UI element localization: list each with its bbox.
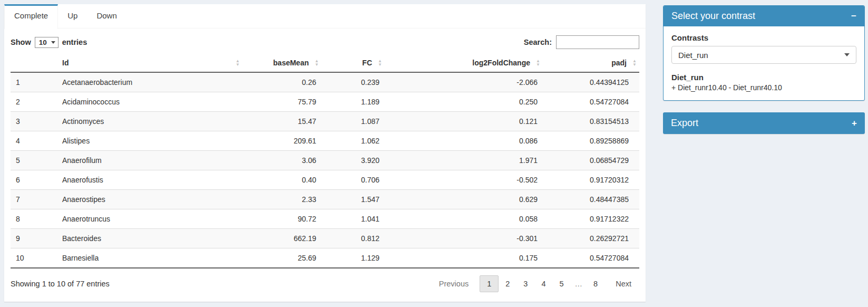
header-log2foldchange[interactable]: log2FoldChange <box>385 54 543 72</box>
cell-fc: 0.239 <box>321 72 385 92</box>
table-row[interactable]: 2 Acidaminococcus 75.79 1.189 0.250 0.54… <box>11 92 639 112</box>
cell-log2foldchange: 0.250 <box>385 92 543 112</box>
cell-padj: 0.54727084 <box>543 92 639 112</box>
cell-id: Anaerofilum <box>57 151 242 170</box>
tab-complete[interactable]: Complete <box>4 4 58 29</box>
cell-log2foldchange: 0.086 <box>385 131 543 151</box>
cell-basemean: 15.47 <box>242 112 321 131</box>
sort-icon <box>378 59 382 66</box>
cell-log2foldchange: 0.121 <box>385 112 543 131</box>
cell-rownum: 9 <box>11 229 57 248</box>
chevron-down-icon <box>51 41 55 44</box>
cell-rownum: 10 <box>11 248 57 268</box>
pagination-page-2[interactable]: 2 <box>499 276 516 292</box>
table-row[interactable]: 5 Anaerofilum 3.06 3.920 1.971 0.0685472… <box>11 151 639 170</box>
cell-padj: 0.91720312 <box>543 170 639 190</box>
cell-id: Bacteroides <box>57 229 242 248</box>
contrasts-select[interactable]: Diet_run <box>671 46 856 64</box>
tab-up[interactable]: Up <box>58 4 87 28</box>
pagination-page-3[interactable]: 3 <box>516 276 534 292</box>
cell-fc: 0.706 <box>321 170 385 190</box>
pagination-page-8[interactable]: 8 <box>587 276 604 292</box>
header-id[interactable]: Id <box>57 54 242 72</box>
header-basemean[interactable]: baseMean <box>242 54 321 72</box>
table-row[interactable]: 8 Anaerotruncus 90.72 1.041 0.058 0.9171… <box>11 209 639 229</box>
cell-id: Alistipes <box>57 131 242 151</box>
cell-log2foldchange: 0.629 <box>385 190 543 209</box>
cell-padj: 0.26292721 <box>543 229 639 248</box>
cell-log2foldchange: 1.971 <box>385 151 543 170</box>
cell-padj: 0.89258869 <box>543 131 639 151</box>
cell-padj: 0.91712322 <box>543 209 639 229</box>
cell-padj: 0.48447385 <box>543 190 639 209</box>
table-footer: Showing 1 to 10 of 77 entries Previous 1… <box>4 268 646 292</box>
expand-icon[interactable]: + <box>852 119 857 128</box>
pagination-ellipsis: … <box>571 276 587 292</box>
table-row[interactable]: 3 Actinomyces 15.47 1.087 0.121 0.831545… <box>11 112 639 131</box>
contrasts-label: Contrasts <box>671 33 856 42</box>
pagination-next[interactable]: Next <box>609 276 638 292</box>
page-length-value: 10 <box>39 39 47 46</box>
contrast-detail-title: Diet_run <box>671 73 856 82</box>
cell-log2foldchange: 0.058 <box>385 209 543 229</box>
cell-id: Anaerostipes <box>57 190 242 209</box>
cell-rownum: 7 <box>11 190 57 209</box>
cell-fc: 1.087 <box>321 112 385 131</box>
cell-rownum: 4 <box>11 131 57 151</box>
header-padj[interactable]: padj <box>543 54 639 72</box>
results-table: Id baseMean FC log2FoldChange padj 1 Ace… <box>11 54 639 268</box>
pagination-page-1[interactable]: 1 <box>480 275 499 292</box>
sort-icon <box>632 59 637 66</box>
table-row[interactable]: 9 Bacteroides 662.19 0.812 -0.301 0.2629… <box>11 229 639 248</box>
show-label: Show <box>11 38 31 46</box>
cell-log2foldchange: -2.066 <box>385 72 543 92</box>
cell-fc: 3.920 <box>321 151 385 170</box>
cell-log2foldchange: -0.502 <box>385 170 543 190</box>
cell-fc: 1.189 <box>321 92 385 112</box>
cell-padj: 0.54727084 <box>543 248 639 268</box>
tab-down[interactable]: Down <box>87 4 126 28</box>
table-row[interactable]: 4 Alistipes 209.61 1.062 0.086 0.8925886… <box>11 131 639 151</box>
pagination-page-4[interactable]: 4 <box>534 276 552 292</box>
cell-fc: 1.062 <box>321 131 385 151</box>
cell-padj: 0.06854729 <box>543 151 639 170</box>
header-fc[interactable]: FC <box>321 54 385 72</box>
cell-id: Actinomyces <box>57 112 242 131</box>
cell-fc: 1.129 <box>321 248 385 268</box>
table-row[interactable]: 10 Barnesiella 25.69 1.129 0.175 0.54727… <box>11 248 639 268</box>
collapse-icon[interactable]: − <box>851 12 856 21</box>
table-info: Showing 1 to 10 of 77 entries <box>11 280 110 288</box>
pagination-page-5[interactable]: 5 <box>553 276 571 292</box>
table-row[interactable]: 6 Anaerofustis 0.40 0.706 -0.502 0.91720… <box>11 170 639 190</box>
cell-rownum: 3 <box>11 112 57 131</box>
results-card: Complete Up Down Show 10 entries Search:… <box>4 4 646 302</box>
cell-fc: 1.041 <box>321 209 385 229</box>
sort-icon <box>315 59 319 66</box>
cell-basemean: 25.69 <box>242 248 321 268</box>
table-row[interactable]: 1 Acetanaerobacterium 0.26 0.239 -2.066 … <box>11 72 639 92</box>
page-length-select[interactable]: 10 <box>35 37 58 48</box>
contrast-box: Select your contrast − Contrasts Diet_ru… <box>663 5 865 101</box>
header-log2foldchange-label: log2FoldChange <box>472 59 530 67</box>
contrast-box-body: Contrasts Diet_run Diet_run + Diet_runr1… <box>664 26 864 100</box>
search-input[interactable] <box>556 35 639 49</box>
cell-id: Acetanaerobacterium <box>57 72 242 92</box>
contrast-box-header[interactable]: Select your contrast − <box>664 6 864 26</box>
cell-rownum: 6 <box>11 170 57 190</box>
cell-log2foldchange: -0.301 <box>385 229 543 248</box>
pagination-previous[interactable]: Previous <box>432 276 475 292</box>
cell-basemean: 209.61 <box>242 131 321 151</box>
table-header-row: Id baseMean FC log2FoldChange padj <box>11 54 639 72</box>
table-row[interactable]: 7 Anaerostipes 2.33 1.547 0.629 0.484473… <box>11 190 639 209</box>
cell-log2foldchange: 0.175 <box>385 248 543 268</box>
search-control: Search: <box>524 35 639 49</box>
contrast-box-title: Select your contrast <box>671 11 755 22</box>
cell-basemean: 90.72 <box>242 209 321 229</box>
export-box-title: Export <box>671 118 698 129</box>
sort-icon <box>236 59 240 66</box>
entries-label: entries <box>62 38 87 46</box>
page-length-control: Show 10 entries <box>11 37 87 48</box>
table-controls: Show 10 entries Search: <box>4 28 646 54</box>
export-box-header[interactable]: Export + <box>663 112 865 134</box>
cell-rownum: 8 <box>11 209 57 229</box>
